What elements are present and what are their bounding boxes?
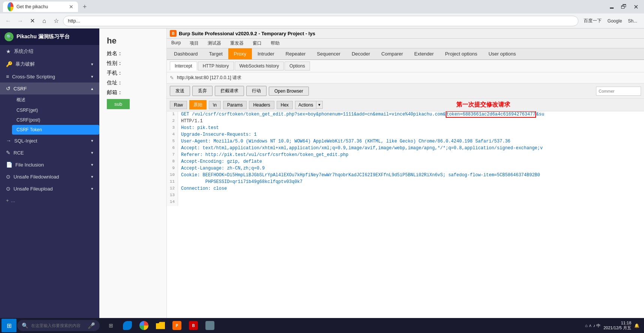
browser-titlebar: Get the pikachu ✕ + 🗕 🗗 ✕ xyxy=(0,0,644,14)
sidebar-item-intro[interactable]: ★ 系统介绍 xyxy=(0,45,99,58)
add-item-button[interactable]: + ... xyxy=(0,195,99,206)
tab-decoder[interactable]: Decoder xyxy=(346,48,376,59)
menu-repeater[interactable]: 重发器 xyxy=(229,39,245,47)
intercept-button[interactable]: 拦截请求 xyxy=(215,86,244,96)
start-button[interactable]: ⊞ xyxy=(1,319,16,332)
line-content-6: Accept: text/html,application/xhtml+xml,… xyxy=(178,145,543,152)
sidebar-item-filedownload[interactable]: ⊙ Unsafe Filedownload ▾ xyxy=(0,171,99,183)
sidebar-item-bruteforce[interactable]: 🔑 暴力破解 ▾ xyxy=(0,58,99,70)
web-page: he 姓名： 性别： 手机： 住址： 邮箱： xyxy=(99,28,167,318)
reload-button[interactable]: ✕ xyxy=(27,16,37,26)
action-button[interactable]: 行动 xyxy=(246,86,267,96)
sidebar-item-csrf[interactable]: ↺ CSRF ▴ xyxy=(0,82,99,94)
proxy-subtabs: Intercept HTTP history WebSockets histor… xyxy=(167,60,644,72)
editor-toolbar: Raw 原始 \n Params Headers Hex Actions ▾ 第… xyxy=(167,99,644,111)
address-bar[interactable]: http... xyxy=(63,16,578,26)
close-tab-button[interactable]: ✕ xyxy=(69,4,73,10)
taskbar-edge[interactable] xyxy=(120,319,135,332)
chrome-icon xyxy=(139,321,148,330)
line-content-9: Accept-Language: zh-CN,zh;q=0.9 xyxy=(178,165,265,172)
taskbar-burp2[interactable]: B xyxy=(186,319,201,332)
tab-proxy[interactable]: Proxy xyxy=(228,48,252,59)
menu-window[interactable]: 窗口 xyxy=(251,39,263,47)
sidebar-item-csrf-get[interactable]: CSRF(get) xyxy=(12,105,99,115)
subtab-websockets[interactable]: WebSockets history xyxy=(235,62,284,70)
main-content: 🔍 Pikachu 漏洞练习平台 ★ 系统介绍 🔑 暴力破解 ▾ ≡ Cross… xyxy=(0,28,644,318)
bookmark-google[interactable]: Google xyxy=(605,18,625,24)
tab-user-options[interactable]: User options xyxy=(483,48,521,59)
tray-icons: ⌂ ∧ ♪ 中 xyxy=(585,323,601,328)
arrow-icon-sql: ▾ xyxy=(91,138,93,143)
subtab-intercept[interactable]: Intercept xyxy=(170,62,197,70)
taskview-icon: ⊞ xyxy=(109,322,113,328)
new-tab-button[interactable]: + xyxy=(79,2,90,12)
sidebar-item-rce[interactable]: ✎ RCE ▾ xyxy=(0,147,99,159)
tab-intruder[interactable]: Intruder xyxy=(252,48,280,59)
star-icon: ★ xyxy=(6,48,11,54)
menu-help[interactable]: 帮助 xyxy=(269,39,281,47)
sidebar-label-csrf: CSRF xyxy=(13,86,27,92)
taskbar-taskview[interactable]: ⊞ xyxy=(103,319,118,332)
line-num-13: 13 xyxy=(167,192,178,199)
code-editor[interactable]: 1 GET /vul/csrf/csrftoken/token_get_edit… xyxy=(167,111,644,318)
editor-tab-headers[interactable]: \n xyxy=(209,101,221,109)
sidebar-item-fileupload[interactable]: ⊙ Unsafe Fileupload ▾ xyxy=(0,183,99,195)
sidebar-item-fileinclusion[interactable]: 📄 File Inclusion ▾ xyxy=(0,159,99,171)
sidebar-label-filedownload: Unsafe Filedownload xyxy=(13,174,59,180)
submit-button[interactable]: sub xyxy=(107,99,130,109)
actions-btn[interactable]: Actions xyxy=(295,101,316,109)
taskbar-search[interactable]: 🔍 🎤 xyxy=(17,320,100,331)
minimize-button[interactable]: 🗕 xyxy=(607,2,617,12)
home-button[interactable]: ⌂ xyxy=(39,16,49,26)
taskbar-folder[interactable] xyxy=(153,319,168,332)
browser-tab[interactable]: Get the pikachu ✕ xyxy=(3,2,78,12)
tab-extender[interactable]: Extender xyxy=(409,48,439,59)
tab-repeater[interactable]: Repeater xyxy=(280,48,311,59)
tab-project-options[interactable]: Project options xyxy=(439,48,483,59)
list-icon: ≡ xyxy=(6,74,9,80)
sidebar-item-csrf-post[interactable]: CSRF(post) xyxy=(12,115,99,125)
forward-button[interactable]: 发送 xyxy=(170,86,190,96)
line-num-9: 9 xyxy=(167,165,178,172)
menu-burp[interactable]: Burp xyxy=(170,39,182,47)
menu-tester[interactable]: 测试器 xyxy=(206,39,223,47)
subtab-http-history[interactable]: HTTP history xyxy=(198,62,234,70)
sidebar-item-csrf-overview[interactable]: 概述 xyxy=(12,94,99,105)
editor-tab-params[interactable]: 原始 xyxy=(189,100,207,110)
rce-icon: ✎ xyxy=(6,150,10,156)
comment-field[interactable] xyxy=(596,87,641,96)
taskbar-burp[interactable]: P xyxy=(169,319,184,332)
close-button[interactable]: ✕ xyxy=(631,2,641,12)
editor-tab-hex2[interactable]: Hex xyxy=(277,101,293,109)
sidebar-item-xss[interactable]: ≡ Cross-Site Scripting ▾ xyxy=(0,70,99,82)
tab-dashboard[interactable]: Dashboard xyxy=(168,48,204,59)
bookmark-button[interactable]: ☆ xyxy=(51,16,61,26)
search-input[interactable] xyxy=(31,323,85,328)
code-line-7: 7 Referer: http://pik.test/vul/csrf/csrf… xyxy=(167,152,644,159)
sidebar-label-bruteforce: 暴力破解 xyxy=(15,61,35,68)
sidebar-item-sql[interactable]: → SQL-Inject ▾ xyxy=(0,135,99,147)
taskbar-app7[interactable] xyxy=(202,319,217,332)
tab-comparer[interactable]: Comparer xyxy=(376,48,409,59)
editor-tab-raw[interactable]: Raw xyxy=(170,101,187,109)
bookmark-sh[interactable]: Sh... xyxy=(626,18,640,24)
tab-target[interactable]: Target xyxy=(204,48,228,59)
actions-dropdown: Actions ▾ xyxy=(295,101,323,109)
taskbar-chrome[interactable] xyxy=(136,319,151,332)
open-browser-button[interactable]: Open Browser xyxy=(269,87,309,96)
back-button[interactable]: ← xyxy=(3,16,13,26)
actions-arrow[interactable]: ▾ xyxy=(316,101,323,109)
tab-sequencer[interactable]: Sequencer xyxy=(311,48,346,59)
sidebar-logo: 🔍 xyxy=(4,32,13,41)
editor-tab-extra[interactable]: Headers xyxy=(249,101,274,109)
drop-button[interactable]: 丢弃 xyxy=(192,86,213,96)
maximize-button[interactable]: 🗗 xyxy=(619,2,629,12)
download-icon: ⊙ xyxy=(6,174,10,180)
subtab-options[interactable]: Options xyxy=(285,62,310,70)
sidebar-item-csrf-token[interactable]: CSRF Token xyxy=(12,125,99,135)
editor-tab-hex[interactable]: Params xyxy=(223,101,247,109)
forward-button[interactable]: → xyxy=(15,16,25,26)
menu-project[interactable]: 项目 xyxy=(188,39,200,47)
line-content-2: HTTP/1.1 xyxy=(178,118,203,125)
bookmark-baidu[interactable]: 百度一下 xyxy=(581,17,604,25)
